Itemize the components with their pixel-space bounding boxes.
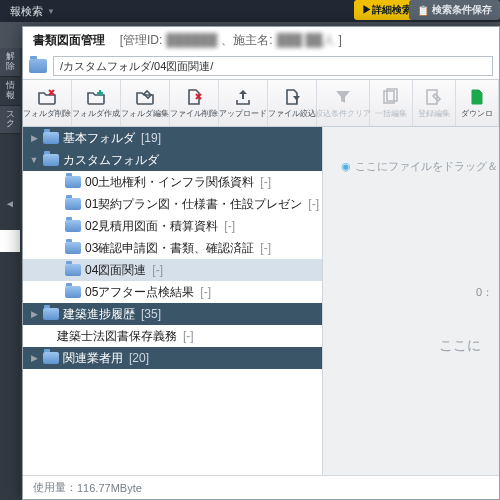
folder-icon xyxy=(65,176,81,188)
toolbar-label: 登録編集 xyxy=(418,108,450,119)
toolbar-label: アップロード xyxy=(219,108,267,119)
time-label: 0： xyxy=(476,285,493,300)
folder-icon xyxy=(65,220,81,232)
toolbar-file-del[interactable]: ファイル削除 xyxy=(170,80,219,126)
footer: 使用量：116.77MByte xyxy=(23,475,499,499)
toolbar-folder-add[interactable]: フォルダ作成 xyxy=(72,80,121,126)
tree-child[interactable]: 05アフター点検結果[-] xyxy=(23,281,322,303)
folder-tree[interactable]: ▶基本フォルダ[19]▼カスタムフォルダ00土地権利・インフラ関係資料[-]01… xyxy=(23,127,323,475)
tree-child[interactable]: 02見積用図面・積算資料[-] xyxy=(23,215,322,237)
tree-root[interactable]: ▼カスタムフォルダ xyxy=(23,149,322,171)
batch-pub-icon xyxy=(381,88,401,106)
folder-icon xyxy=(43,308,59,320)
toolbar-folder-del[interactable]: フォルダ削除 xyxy=(23,80,72,126)
folder-icon xyxy=(65,242,81,254)
path-input[interactable] xyxy=(53,56,493,76)
twisty-icon[interactable]: ▼ xyxy=(29,155,39,165)
folder-icon xyxy=(29,59,47,73)
download-icon xyxy=(467,88,487,106)
bg-search-label: 報検索▼ xyxy=(10,4,55,19)
svg-rect-2 xyxy=(427,90,437,104)
tree-root[interactable]: ▶建築進捗履歴[35] xyxy=(23,303,322,325)
twisty-icon[interactable]: ▶ xyxy=(29,309,39,319)
tree-root[interactable]: ▶関連業者用[20] xyxy=(23,347,322,369)
folder-icon xyxy=(43,352,59,364)
bg-left-cell: スク xyxy=(0,106,20,135)
toolbar-label: 一括編集 xyxy=(375,108,407,119)
toolbar-upload[interactable]: アップロード xyxy=(219,80,268,126)
drop-zone[interactable]: ◉ここにファイルをドラッグ＆ドロッ 0： ここに xyxy=(323,127,499,475)
toolbar-label: ファイル絞込 xyxy=(268,108,316,119)
document-manager-dialog: 書類図面管理 [管理ID:██████、施主名:███ ██人] フォルダ削除フ… xyxy=(22,26,500,500)
toolbar-file-filter[interactable]: ファイル絞込 xyxy=(268,80,317,126)
toolbar-folder-edit[interactable]: フォルダ編集 xyxy=(121,80,170,126)
file-del-icon xyxy=(184,88,204,106)
pin-icon: ◉ xyxy=(341,160,351,172)
toolbar-label: フォルダ削除 xyxy=(23,108,71,119)
toolbar-label: 絞込条件クリア xyxy=(315,108,371,119)
drop-hint: ◉ここにファイルをドラッグ＆ドロッ xyxy=(341,159,499,174)
folder-icon xyxy=(43,154,59,166)
tree-root[interactable]: ▶基本フォルダ[19] xyxy=(23,127,322,149)
save-cond-button[interactable]: 📋 検索条件保存 xyxy=(409,0,500,20)
toolbar-filter-clear: 絞込条件クリア xyxy=(317,80,370,126)
folder-del-icon xyxy=(37,88,57,106)
toolbar-batch-pub: 一括編集 xyxy=(370,80,413,126)
toolbar-label: フォルダ作成 xyxy=(72,108,120,119)
chevron-left-icon[interactable]: ◄ xyxy=(0,194,20,213)
toolbar-label: ファイル削除 xyxy=(170,108,218,119)
tree-child[interactable]: 04図面関連[-] xyxy=(23,259,322,281)
dialog-title: 書類図面管理 [管理ID:██████、施主名:███ ██人] xyxy=(23,27,499,53)
twisty-icon[interactable]: ▶ xyxy=(29,353,39,363)
tree-root[interactable]: 建築士法図書保存義務[-] xyxy=(23,325,322,347)
twisty-icon[interactable]: ▶ xyxy=(29,133,39,143)
toolbar-label: フォルダ編集 xyxy=(121,108,169,119)
batch-edit-icon xyxy=(424,88,444,106)
upload-icon xyxy=(233,88,253,106)
file-filter-icon xyxy=(282,88,302,106)
drop-center-text: ここに xyxy=(439,337,481,355)
tree-child[interactable]: 01契約プラン図・仕様書・住設プレゼン[-] xyxy=(23,193,322,215)
folder-icon xyxy=(65,264,81,276)
folder-icon xyxy=(65,198,81,210)
folder-add-icon xyxy=(86,88,106,106)
toolbar-download[interactable]: ダウンロ xyxy=(456,80,499,126)
filter-clear-icon xyxy=(333,88,353,106)
folder-icon xyxy=(65,286,81,298)
bg-left-cell: 解除 xyxy=(0,48,20,77)
tree-child[interactable]: 03確認申請図・書類、確認済証[-] xyxy=(23,237,322,259)
toolbar: フォルダ削除フォルダ作成フォルダ編集ファイル削除アップロードファイル絞込絞込条件… xyxy=(23,79,499,127)
folder-edit-icon xyxy=(135,88,155,106)
bg-left-cell: 情報 xyxy=(0,77,20,106)
toolbar-label: ダウンロ xyxy=(461,108,493,119)
toolbar-batch-edit: 登録編集 xyxy=(413,80,456,126)
tree-child[interactable]: 00土地権利・インフラ関係資料[-] xyxy=(23,171,322,193)
folder-icon xyxy=(43,132,59,144)
